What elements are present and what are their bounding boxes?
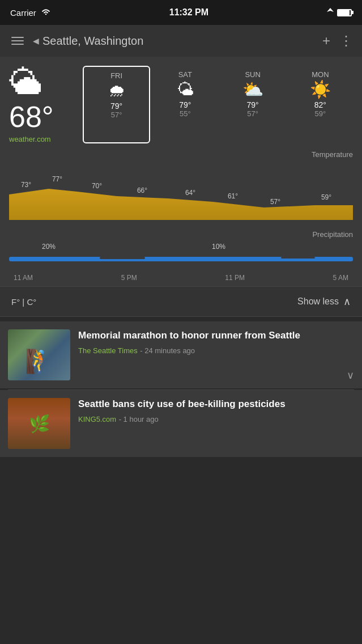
news-source-1: The Seattle Times (78, 346, 138, 355)
forecast-days: FRI 🌧 79° 57° SAT 🌤 79° 55° SUN ⛅ 79° 57… (83, 66, 353, 143)
news-content-2: Seattle bans city use of bee-killing pes… (78, 398, 354, 424)
forecast-day-sun[interactable]: SUN ⛅ 79° 57° (220, 66, 286, 143)
precip-time-1: 11 AM (14, 274, 33, 282)
forecast-day-fri[interactable]: FRI 🌧 79° 57° (83, 66, 150, 143)
svg-text:61°: 61° (228, 192, 238, 200)
news-content-1: Memorial marathon to honor runner from S… (78, 329, 354, 355)
svg-rect-13 (281, 257, 315, 259)
weather-main: 🌥 68° weather.com FRI 🌧 79° 57° SAT 🌤 79… (0, 57, 362, 286)
temp-time-3: 11 PM (225, 224, 245, 226)
add-location-button[interactable]: + (322, 33, 330, 49)
day-icon-sun: ⛅ (242, 81, 263, 98)
day-icon-mon: ☀️ (310, 81, 331, 98)
news-source-2: KING5.com (78, 415, 116, 423)
forecast-day-sat[interactable]: SAT 🌤 79° 55° (152, 66, 218, 143)
day-high-sun: 79° (247, 100, 259, 109)
svg-text:59°: 59° (321, 193, 331, 201)
temp-time-row: 11 AM 5 PM 11 PM 5 AM (9, 224, 353, 226)
current-weather-icon: 🌥 (9, 66, 43, 100)
day-name-fri: FRI (110, 71, 122, 80)
weather-source: weather.com (9, 135, 51, 143)
current-weather: 🌥 68° weather.com (9, 66, 83, 143)
temperature-label: Temperature (9, 148, 353, 163)
status-right (327, 8, 352, 18)
news-item-2[interactable]: Seattle bans city use of bee-killing pes… (0, 390, 362, 457)
precip-time-2: 5 PM (121, 274, 137, 282)
carrier-label: Carrier (10, 8, 36, 18)
news-thumb-1 (8, 329, 70, 380)
svg-text:77°: 77° (52, 175, 62, 183)
day-name-mon: MON (312, 70, 329, 79)
location-display[interactable]: ◀ Seattle, Washington (33, 35, 316, 48)
svg-text:20%: 20% (42, 243, 56, 251)
status-time: 11:32 PM (169, 7, 208, 18)
nav-bar: ◀ Seattle, Washington + ⋮ (0, 25, 362, 57)
location-arrow-icon: ◀ (33, 36, 39, 45)
temp-time-1: 11 AM (14, 224, 33, 226)
precip-chart-svg: 20% 10% (9, 241, 353, 269)
svg-text:66°: 66° (137, 187, 147, 194)
precipitation-section: Precipitation 20% 10% 11 AM 5 PM 11 PM 5… (9, 226, 353, 286)
svg-text:70°: 70° (92, 182, 102, 190)
news-time-2: - 1 hour ago (119, 415, 159, 423)
news-image-1 (8, 329, 70, 380)
news-thumb-2 (8, 398, 70, 449)
location-text: Seattle, Washington (42, 35, 143, 48)
temp-time-2: 5 PM (121, 224, 137, 226)
chevron-up-icon: ∧ (343, 295, 351, 308)
day-high-mon: 82° (314, 100, 326, 109)
news-section: Memorial marathon to honor runner from S… (0, 317, 362, 463)
svg-text:73°: 73° (21, 181, 31, 189)
precip-time-4: 5 AM (333, 274, 348, 282)
news-item-1[interactable]: Memorial marathon to honor runner from S… (0, 321, 362, 388)
news-title-1: Memorial marathon to honor runner from S… (78, 329, 354, 342)
show-less-button[interactable]: Show less ∧ (297, 295, 351, 308)
more-options-button[interactable]: ⋮ (339, 33, 353, 49)
current-temp: 68° (9, 102, 54, 132)
expand-icon-1[interactable]: ∨ (347, 369, 354, 382)
nav-actions: + ⋮ (322, 33, 353, 49)
news-title-2: Seattle bans city use of bee-killing pes… (78, 398, 354, 410)
day-high-sat: 79° (179, 100, 191, 109)
battery-icon (337, 9, 352, 16)
day-low-fri: 57° (111, 111, 122, 119)
precip-time-3: 11 PM (225, 274, 245, 282)
forecast-row: 🌥 68° weather.com FRI 🌧 79° 57° SAT 🌤 79… (9, 66, 353, 143)
day-name-sat: SAT (178, 70, 192, 79)
show-less-label: Show less (297, 296, 339, 307)
precipitation-label: Precipitation (9, 230, 353, 241)
controls-bar: F° | C° Show less ∧ (0, 286, 362, 317)
day-low-sat: 55° (180, 109, 191, 118)
day-low-sun: 57° (247, 109, 258, 118)
location-icon (327, 8, 334, 18)
status-bar: Carrier 11:32 PM (0, 0, 362, 25)
day-icon-fri: 🌧 (108, 82, 125, 99)
day-name-sun: SUN (245, 70, 260, 79)
svg-text:10%: 10% (212, 243, 225, 251)
news-image-2 (8, 398, 70, 449)
wifi-icon (41, 8, 51, 18)
unit-toggle[interactable]: F° | C° (11, 297, 36, 307)
precipitation-chart: 20% 10% 11 AM 5 PM 11 PM 5 AM (9, 241, 353, 286)
day-low-mon: 59° (315, 109, 326, 118)
svg-rect-12 (100, 257, 145, 259)
precip-time-row: 11 AM 5 PM 11 PM 5 AM (9, 274, 353, 282)
svg-text:64°: 64° (185, 189, 195, 197)
day-high-fri: 79° (110, 101, 122, 111)
temp-time-4: 5 AM (333, 224, 348, 226)
svg-text:57°: 57° (270, 198, 280, 206)
forecast-day-mon[interactable]: MON ☀️ 82° 59° (288, 66, 353, 143)
hamburger-menu[interactable] (9, 35, 26, 47)
status-left: Carrier (10, 8, 51, 18)
day-icon-sat: 🌤 (177, 81, 194, 98)
svg-marker-0 (9, 189, 353, 220)
news-time-1: - 24 minutes ago (140, 346, 195, 355)
temperature-chart: 73° 77° 70° 66° 64° 61° 57° 59° 11 AM 5 … (0, 163, 362, 226)
temp-chart-svg: 73° 77° 70° 66° 64° 61° 57° 59° (9, 163, 353, 220)
